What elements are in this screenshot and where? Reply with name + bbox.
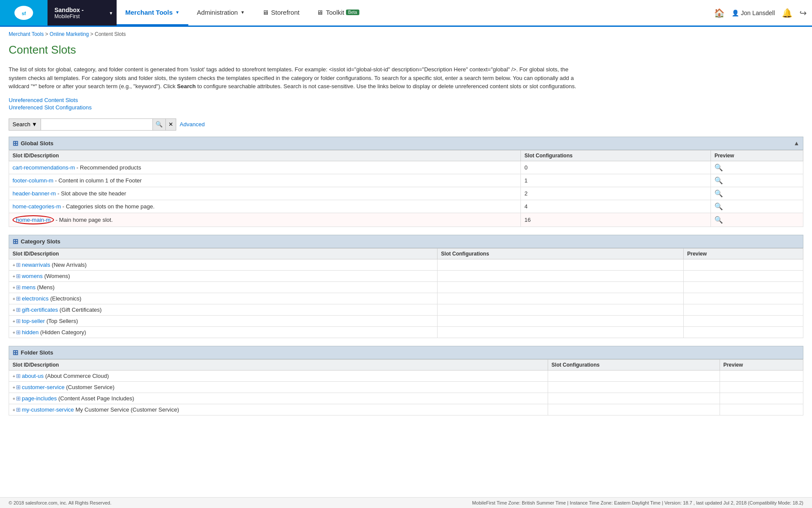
expand-icon[interactable]: +: [13, 330, 15, 335]
slot-id-link[interactable]: cart-recommendations-m: [13, 164, 75, 171]
home-icon[interactable]: 🏠: [714, 8, 725, 18]
svg-text:sf: sf: [22, 10, 26, 16]
sandbox-title: Sandbox -: [54, 6, 110, 13]
notifications-icon[interactable]: 🔔: [782, 8, 793, 18]
search-keyword: Search: [177, 83, 196, 89]
expand-icon[interactable]: +: [13, 374, 15, 379]
tree-icon: ⊞: [16, 295, 21, 302]
table-row: +⊞newarrivals (New Arrivals): [9, 259, 803, 270]
table-row: +⊞gift-certificates (Gift Certificates): [9, 304, 803, 315]
advanced-search-link[interactable]: Advanced: [180, 121, 205, 128]
merchant-tools-nav[interactable]: Merchant Tools ▼: [117, 0, 188, 26]
slot-id-link[interactable]: top-seller: [22, 318, 44, 324]
unreferenced-slot-configs-link[interactable]: Unreferenced Slot Configurations: [9, 104, 803, 111]
administration-nav[interactable]: Administration ▼: [188, 0, 254, 26]
preview-icon[interactable]: 🔍: [714, 164, 723, 171]
category-slots-title: Category Slots: [21, 238, 60, 245]
preview-cell: [720, 370, 803, 381]
slot-id-link[interactable]: customer-service: [22, 384, 64, 390]
expand-icon[interactable]: +: [13, 274, 15, 279]
table-row: home-categories-m - Categories slots on …: [9, 200, 803, 213]
unreferenced-links: Unreferenced Content Slots Unreferenced …: [9, 97, 803, 111]
search-label-text: Search: [13, 121, 30, 128]
search-icon: 🔍: [155, 121, 163, 128]
preview-icon[interactable]: 🔍: [714, 177, 723, 184]
preview-cell: 🔍: [711, 161, 803, 174]
slot-configs-cell: 4: [521, 200, 711, 213]
expand-icon[interactable]: +: [13, 407, 15, 412]
preview-cell: 🔍: [711, 200, 803, 213]
top-navigation: sf Sandbox - MobileFirst ▼ Merchant Tool…: [0, 0, 812, 27]
slot-id-link[interactable]: home-categories-m: [13, 203, 61, 210]
slot-configs-cell: [438, 281, 684, 293]
slot-id-link[interactable]: hidden: [22, 329, 38, 335]
slot-configs-cell: [438, 270, 684, 281]
col-preview: Preview: [683, 248, 803, 259]
table-row: header-banner-m - Slot above the site he…: [9, 187, 803, 200]
slot-configs-cell: [548, 404, 720, 415]
search-input[interactable]: [41, 118, 153, 131]
expand-icon[interactable]: +: [13, 319, 15, 324]
slot-id-link[interactable]: about-us: [22, 373, 44, 379]
col-slot-id: Slot ID/Description: [9, 248, 438, 259]
scroll-up-icon[interactable]: ▲: [793, 140, 799, 147]
slot-id-cell: +⊞gift-certificates (Gift Certificates): [9, 304, 438, 315]
tree-icon: ⊞: [16, 307, 21, 313]
user-menu[interactable]: 👤 Jon Lansdell: [732, 10, 775, 16]
search-label-button[interactable]: Search ▼: [9, 118, 41, 131]
logout-icon[interactable]: ↪: [799, 8, 807, 18]
col-slot-id: Slot ID/Description: [9, 150, 521, 161]
slot-id-link[interactable]: gift-certificates: [22, 307, 58, 313]
expand-icon[interactable]: +: [13, 396, 15, 401]
toolkit-label: Toolkit: [326, 9, 344, 16]
administration-label: Administration: [197, 9, 238, 16]
slot-desc: - Categories slots on the home page.: [61, 203, 155, 210]
slot-configs-cell: 1: [521, 174, 711, 187]
grid-icon: ⊞: [13, 348, 18, 357]
slot-id-link[interactable]: newarrivals: [22, 262, 50, 268]
slot-id-cell: +⊞page-includes (Content Asset Page Incl…: [9, 393, 548, 404]
breadcrumb-online-marketing[interactable]: Online Marketing: [50, 31, 89, 37]
expand-icon[interactable]: +: [13, 307, 15, 313]
salesforce-logo[interactable]: sf: [0, 0, 48, 26]
slot-id-link[interactable]: womens: [22, 273, 42, 279]
slot-id-link[interactable]: footer-column-m: [13, 177, 54, 184]
toolkit-nav[interactable]: 🖥 Toolkit Beta: [308, 0, 368, 26]
preview-cell: [683, 304, 803, 315]
grid-icon: ⊞: [13, 237, 18, 246]
unreferenced-content-slots-link[interactable]: Unreferenced Content Slots: [9, 97, 803, 103]
table-row: home-main-m - Main home page slot.16🔍: [9, 213, 803, 227]
expand-icon[interactable]: +: [13, 262, 15, 268]
slot-id-link[interactable]: electronics: [22, 295, 48, 302]
preview-icon[interactable]: 🔍: [714, 203, 723, 210]
tree-icon: ⊞: [16, 395, 21, 402]
content-area: The list of slots for global, category, …: [0, 61, 812, 428]
expand-icon[interactable]: +: [13, 385, 15, 390]
preview-cell: [683, 326, 803, 338]
table-row: +⊞womens (Womens): [9, 270, 803, 281]
slot-id-cell: footer-column-m - Content in column 1 of…: [9, 174, 521, 187]
sandbox-switcher[interactable]: Sandbox - MobileFirst ▼: [48, 0, 117, 26]
table-row: +⊞electronics (Electronics): [9, 293, 803, 304]
search-go-button[interactable]: 🔍: [153, 118, 166, 131]
slot-id-link[interactable]: mens: [22, 284, 35, 291]
slot-id-link[interactable]: header-banner-m: [13, 190, 56, 197]
preview-icon[interactable]: 🔍: [714, 190, 723, 197]
storefront-nav[interactable]: 🖥 Storefront: [254, 0, 308, 26]
table-row: +⊞about-us (About Commerce Cloud): [9, 370, 803, 381]
expand-icon[interactable]: +: [13, 296, 15, 301]
search-clear-button[interactable]: ✕: [166, 118, 176, 131]
slot-id-link[interactable]: home-main-m: [13, 215, 54, 224]
table-row: +⊞hidden (Hidden Category): [9, 326, 803, 338]
slot-id-cell: +⊞womens (Womens): [9, 270, 438, 281]
slot-id-link[interactable]: page-includes: [22, 395, 57, 402]
breadcrumb-merchant-tools[interactable]: Merchant Tools: [9, 31, 44, 37]
col-slot-configs: Slot Configurations: [548, 359, 720, 370]
slot-id-link[interactable]: my-customer-service: [22, 406, 74, 413]
category-slots-section: ⊞ Category Slots Slot ID/Description Slo…: [9, 235, 803, 338]
expand-icon[interactable]: +: [13, 285, 15, 290]
folder-slots-title: Folder Slots: [21, 349, 53, 356]
chevron-down-icon: ▼: [32, 121, 37, 128]
preview-icon[interactable]: 🔍: [714, 216, 723, 224]
breadcrumb: Merchant Tools > Online Marketing > Cont…: [0, 27, 812, 42]
